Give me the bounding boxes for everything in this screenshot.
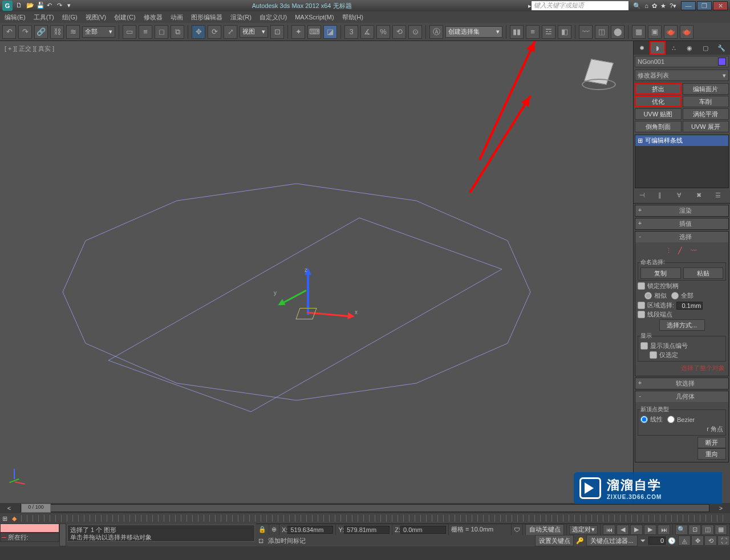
redo-icon[interactable]: ↷	[57, 2, 65, 10]
menu-modifiers[interactable]: 修改器	[144, 13, 163, 22]
menu-customize[interactable]: 自定义(U)	[259, 13, 287, 22]
community-icon[interactable]: ⌂	[644, 2, 648, 10]
zoom-extents-button[interactable]: ◫	[701, 525, 714, 535]
modifier-stack-item[interactable]: ⊞ 可编辑样条线	[635, 135, 728, 146]
prev-frame-button-2[interactable]: ◀	[617, 525, 629, 535]
render-button[interactable]: 🫖	[664, 25, 678, 39]
new-icon[interactable]: 🗋	[16, 2, 24, 10]
select-name-button[interactable]: ≡	[139, 25, 152, 39]
lock-selection-button[interactable]: 🔒	[256, 524, 269, 535]
layer-button[interactable]: ☲	[542, 25, 555, 39]
keyboard-button[interactable]: ⌨	[307, 25, 321, 39]
lathe-button[interactable]: 车削	[683, 96, 729, 107]
unique-icon[interactable]: ∀	[677, 192, 686, 201]
menu-help[interactable]: 帮助(H)	[342, 13, 363, 22]
menu-tools[interactable]: 工具(T)	[34, 13, 54, 22]
show-vertex-num-checkbox[interactable]: 显示顶点编号	[640, 342, 723, 350]
snap3-button[interactable]: 3	[344, 25, 358, 39]
trackbar-key-icon[interactable]: ◆	[12, 515, 17, 522]
render-prod-button[interactable]: 🫖	[680, 25, 694, 39]
select-by-button[interactable]: 选择方式...	[659, 319, 705, 331]
autokey-button[interactable]: 自动关键点	[525, 524, 564, 535]
similar-radio[interactable]: 相似	[644, 291, 667, 300]
pan-button[interactable]: ✥	[691, 535, 704, 546]
area-select-spinner[interactable]: 0.1mm	[676, 302, 703, 310]
motion-tab[interactable]: ◉	[682, 41, 697, 55]
turbosmooth-button[interactable]: 涡轮平滑	[683, 108, 729, 120]
current-frame-spinner[interactable]: 0	[648, 537, 666, 545]
listener-resize-handle[interactable]	[59, 524, 66, 546]
addtime-text[interactable]: 添加时间标记	[266, 537, 535, 545]
paste-button[interactable]: 粘贴	[683, 267, 724, 279]
rotate-button[interactable]: ⟳	[208, 25, 221, 39]
isolate-icon[interactable]: ⊡	[256, 537, 266, 545]
filter-dropdown[interactable]: 全部	[82, 26, 115, 38]
copy-button[interactable]: 复制	[640, 267, 681, 279]
object-color-swatch[interactable]	[718, 58, 726, 66]
maximize-viewport-button[interactable]: ⛶	[717, 535, 730, 546]
configure-icon[interactable]: ☰	[715, 192, 724, 201]
only-selected-checkbox[interactable]: 仅选定	[640, 351, 723, 359]
time-slider[interactable]: 0 / 100	[21, 504, 709, 512]
move-button[interactable]: ✥	[192, 25, 205, 39]
play-button[interactable]: ▶	[630, 525, 643, 535]
undo-button[interactable]: ↶	[2, 25, 16, 39]
named-selset-dropdown[interactable]: 创建选择集	[445, 26, 502, 38]
lookup-icon[interactable]: 🔍	[633, 2, 641, 10]
redirect-button[interactable]: 重向	[697, 448, 726, 460]
goto-start-button[interactable]: ⏮	[603, 525, 615, 535]
manipulate-button[interactable]: ✦	[291, 25, 305, 39]
utilities-tab[interactable]: 🔧	[713, 41, 729, 55]
material-button[interactable]: ⬤	[611, 25, 624, 39]
seg-end-checkbox[interactable]: 线段端点	[638, 310, 726, 319]
maxscript-mini-listener[interactable]: ─ 所在行:	[0, 524, 59, 546]
show-result-icon[interactable]: ∥	[658, 192, 667, 201]
zoom-button[interactable]: 🔍	[675, 525, 688, 535]
exchange-icon[interactable]: ✿	[652, 2, 657, 10]
menu-rendering[interactable]: 渲染(R)	[230, 13, 252, 22]
time-config-icon[interactable]: 🕓	[666, 537, 678, 545]
mirror-button[interactable]: ▮▮	[510, 25, 524, 39]
refcoord-dropdown[interactable]: 视图	[240, 26, 268, 38]
menu-grapheditor[interactable]: 图形编辑器	[191, 13, 222, 22]
redo-button[interactable]: ↷	[18, 25, 32, 39]
modify-tab[interactable]: ◗	[650, 41, 666, 55]
qat-more-icon[interactable]: ▾	[67, 2, 75, 10]
time-slider-handle[interactable]: 0 / 100	[21, 504, 51, 513]
rendered-frame-button[interactable]: ▣	[648, 25, 662, 39]
pin-icon[interactable]: ⊣	[639, 192, 648, 201]
expand-icon[interactable]: ⊞	[638, 137, 643, 144]
corner-radio[interactable]: r 角点	[707, 425, 723, 433]
uvwmap-button[interactable]: UVW 贴图	[635, 108, 682, 120]
editpatch-button[interactable]: 编辑面片	[683, 83, 729, 95]
coord-y-input[interactable]: 579.81mm	[344, 526, 390, 534]
snaps-button[interactable]: ⊙	[408, 25, 422, 39]
vertex-icon[interactable]: ⋮	[666, 247, 674, 255]
orbit-button[interactable]: ⟲	[704, 535, 717, 546]
app-logo[interactable]: G	[2, 1, 13, 11]
create-tab[interactable]: ✹	[634, 41, 650, 55]
track-bar-ticks[interactable]	[21, 515, 728, 522]
graphite-button[interactable]: ◧	[558, 25, 571, 39]
help-icon[interactable]: ?▾	[670, 2, 676, 10]
spinner-snap-button[interactable]: ⟲	[392, 25, 406, 39]
menu-group[interactable]: 组(G)	[62, 13, 78, 22]
align-button[interactable]: ≡	[526, 25, 540, 39]
prev-frame-button[interactable]: <	[0, 505, 18, 512]
uvwunwrap-button[interactable]: UVW 展开	[683, 121, 729, 132]
all-radio[interactable]: 全部	[671, 291, 694, 300]
next-frame-button-2[interactable]: ▶	[644, 525, 656, 535]
snap-toggle-button[interactable]: ◪	[323, 25, 337, 39]
viewport-label[interactable]: [ + ][ 正交 ][ 真实 ]	[5, 44, 54, 53]
fov-button[interactable]: ◬	[678, 535, 691, 546]
keymode-dropdown[interactable]: 选定对	[569, 525, 598, 534]
open-icon[interactable]: 📂	[26, 2, 34, 10]
menu-edit[interactable]: 编辑(E)	[5, 13, 26, 22]
menu-animation[interactable]: 动画	[171, 13, 183, 22]
save-icon[interactable]: 💾	[36, 2, 44, 10]
remove-icon[interactable]: ✖	[696, 192, 705, 201]
object-name-field[interactable]: NGon001	[635, 56, 729, 67]
link-button[interactable]: 🔗	[34, 25, 48, 39]
maximize-button[interactable]: ❐	[697, 1, 712, 10]
extrude-button[interactable]: 挤出	[635, 83, 682, 95]
